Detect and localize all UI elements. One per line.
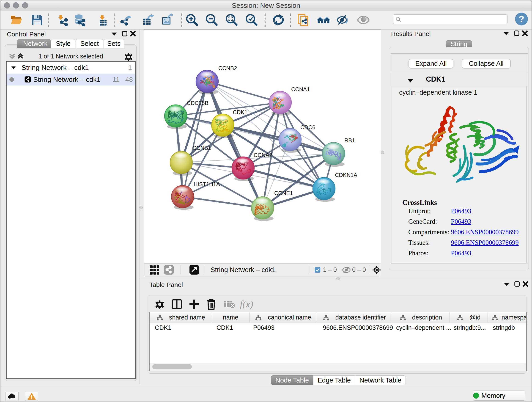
svg-text:CDC25B: CDC25B [187,100,209,106]
svg-text:CCNA1: CCNA1 [291,86,310,92]
svg-text:CDKN1A: CDKN1A [335,172,357,178]
svg-text:CCNA2: CCNA2 [254,152,272,158]
svg-text:HIST1H1A: HIST1H1A [194,181,220,187]
svg-text:CCNE1: CCNE1 [274,190,293,196]
svg-text:CDK1: CDK1 [233,109,247,115]
svg-text:CDC6: CDC6 [300,124,315,130]
svg-text:RB1: RB1 [344,137,355,143]
svg-text:CCNB1: CCNB1 [192,145,211,151]
svg-text:CCNB2: CCNB2 [218,65,237,71]
